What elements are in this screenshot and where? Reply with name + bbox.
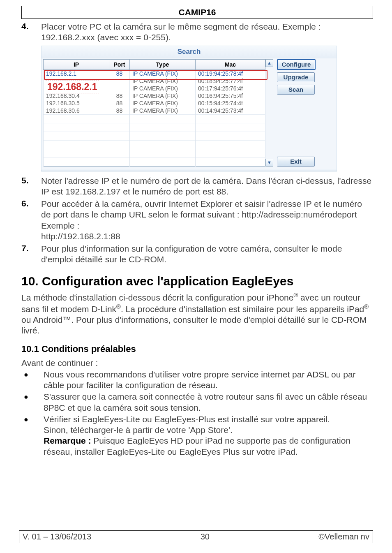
section-10-p1a: La méthode d'installation ci-dessous déc… [21,293,293,302]
list-number-4: 4. [19,21,41,31]
cell-port: 88 [109,99,130,107]
bullet-3a: Vérifier si EagleEyes-Lite ou EagleEyes-… [44,414,330,424]
list-number-7: 7. [19,243,41,253]
sub101-intro: Avant de continuer : [21,358,373,368]
page-title-box: CAMIP16 [21,6,373,19]
col-header-type[interactable]: Type [130,59,196,69]
bullet-3c-label: Remarque : [44,436,91,445]
cell-ip: 192.168.30.5 [44,99,109,107]
cell-mac: 00:15:94:25:74:4f [196,99,265,107]
scrollbar[interactable]: ▲ ▼ [265,59,274,167]
upgrade-button[interactable]: Upgrade [277,72,315,82]
bullet-3b: Sinon, télécharger-le à partir de votre … [44,425,233,435]
cell-ip: 192.168.30.6 [44,107,109,115]
table-row[interactable]: 192.168.2.1 88 IP CAMERA (FIX) 00:19:94:… [44,69,265,77]
cell-port: 88 [109,69,130,77]
list-text-6b: Exemple : [41,221,79,230]
footer: V. 01 – 13/06/2013 30 ©Velleman nv [19,530,373,543]
list-text-6: Pour accéder à la caméra, ouvrir Interne… [41,199,373,242]
zoom-label: 192.168.2.1 [46,81,99,93]
cell-type: IP CAMERA (FIX) [130,69,196,77]
list-text-4: Placer votre PC et la caméra sur le même… [41,21,373,43]
exit-button[interactable]: Exit [277,157,315,167]
footer-left: V. 01 – 13/06/2013 [23,532,91,541]
list-text-6a: Pour accéder à la caméra, ouvrir Interne… [41,199,362,219]
scan-button[interactable]: Scan [277,85,315,95]
section-10-paragraph: La méthode d'installation ci-dessous déc… [21,292,373,336]
reg-mark: ® [364,303,369,310]
subsection-10-1-heading: 10.1 Conditions préalables [21,344,373,354]
cell-type: IP CAMERA (FIX) [130,107,196,115]
list-text-6c: http://192.168.2.1:88 [41,231,120,241]
scroll-up-icon[interactable]: ▲ [265,59,273,67]
bullet-1: Nous vous recommandons d'utiliser votre … [44,369,373,391]
cell-mac: 00:19:94:25:78:4f [196,69,265,77]
footer-right: ©Velleman nv [318,532,369,541]
search-window: Search IP Port Type Mac [41,46,337,171]
configure-button[interactable]: Configure [277,59,316,70]
list-number-5: 5. [19,176,41,185]
col-header-ip[interactable]: IP [44,59,109,69]
scroll-down-icon[interactable]: ▼ [265,159,273,167]
bullet-icon: ● [19,414,44,425]
reg-mark: ® [293,292,298,298]
col-header-mac[interactable]: Mac [196,59,265,69]
cell-port: 88 [109,107,130,115]
table-row[interactable]: 192.168.30.6 88 IP CAMERA (FIX) 00:14:94… [44,107,265,115]
cell-port [109,77,130,85]
table-row[interactable]: 192.168.30.5 88 IP CAMERA (FIX) 00:15:94… [44,99,265,107]
section-10-p1d: ou Android™. Pour plus d'informations, c… [21,315,367,335]
bullet-3: Vérifier si EagleEyes-Lite ou EagleEyes-… [44,414,373,457]
cell-mac: 00:18:94:25:77:4f [196,77,265,85]
cell-type: IP CAMERA (FIX) [130,85,196,92]
search-results-table: IP Port Type Mac 192.168.2.1 88 IP CAMER… [43,59,265,167]
cell-type: IP CAMERA (FIX) [130,99,196,107]
list-number-6: 6. [19,199,41,208]
cell-type: IP CAMERA (FIX) [130,77,196,85]
cell-port: 88 [109,92,130,99]
bullet-icon: ● [19,369,44,380]
cell-mac: 00:17:94:25:76:4f [196,85,265,92]
section-10-heading: 10. Configuration avec l'application Eag… [21,274,373,288]
cell-type: IP CAMERA (FIX) [130,92,196,99]
section-10-p1c: . La procédure d'installation est simila… [121,304,364,314]
list-text-5: Noter l'adresse IP et le numéro de port … [41,176,373,197]
page-title: CAMIP16 [178,7,216,17]
bullet-icon: ● [19,391,44,402]
reg-mark: ® [116,303,121,310]
cell-port [109,85,130,92]
list-text-7: Pour plus d'information sur la configura… [41,243,373,265]
cell-mac: 00:16:94:25:75:4f [196,92,265,99]
footer-center: 30 [201,532,210,541]
col-header-port[interactable]: Port [109,59,130,69]
cell-ip: 192.168.2.1 [44,69,109,77]
search-window-title: Search [41,46,337,58]
cell-mac: 00:14:94:25:73:4f [196,107,265,115]
bullet-2: S'assurer que la camera soit connectée à… [44,391,373,413]
